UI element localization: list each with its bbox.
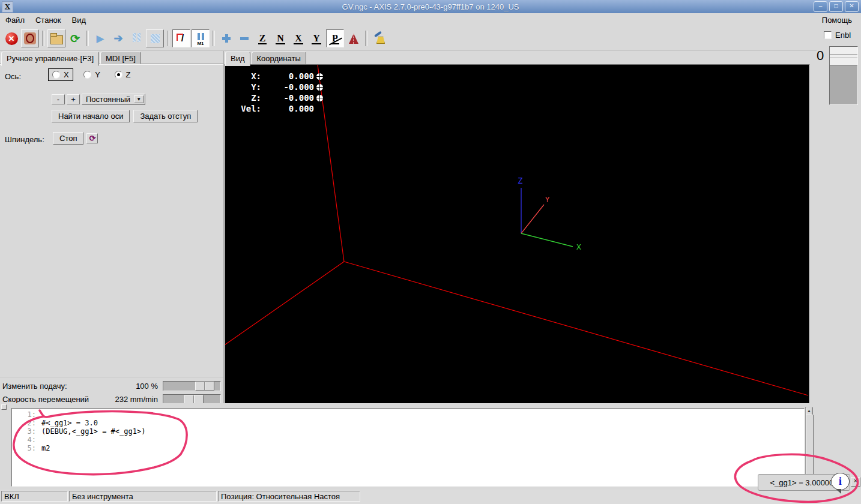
spindle-label: Шпиндель: xyxy=(5,135,44,144)
axis-window: X GV.ngc - AXIS 2.7.0-pre0-43-g97ff1b7 o… xyxy=(0,0,861,504)
view-x-button[interactable]: X xyxy=(290,30,307,47)
axis-radio-y[interactable]: Y xyxy=(80,69,104,80)
minimize-button[interactable]: – xyxy=(814,1,827,12)
axis-radio-z[interactable]: Z xyxy=(111,69,134,80)
toolbar-separator xyxy=(365,31,367,46)
notification-close-button[interactable]: × xyxy=(851,477,860,487)
backplot-graphics: Z Y X xyxy=(225,65,809,403)
perspective-button[interactable]: P xyxy=(326,29,344,47)
menubar: Файл Станок Вид Помощь xyxy=(0,13,861,27)
pause-button[interactable] xyxy=(128,30,145,47)
radio-icon xyxy=(115,71,122,79)
zoom-out-button[interactable] xyxy=(236,30,253,47)
view-z-rotated-button[interactable]: N xyxy=(272,30,289,47)
jog-plus-button[interactable]: + xyxy=(67,94,80,104)
radio-icon xyxy=(83,71,91,79)
menu-machine[interactable]: Станок xyxy=(30,14,67,26)
toolbar-separator xyxy=(167,31,169,46)
folder-icon xyxy=(50,35,63,44)
status-machine-on: ВКЛ xyxy=(1,491,68,502)
scale-value: 0 xyxy=(817,48,824,64)
status-position-mode: Позиция: Относительная Настоя xyxy=(218,491,360,502)
x-position: 0.000 xyxy=(261,71,314,81)
step-button[interactable]: ➔ xyxy=(110,30,127,47)
homed-icon xyxy=(316,73,323,80)
machine-power-button[interactable] xyxy=(21,29,39,47)
clear-plot-button[interactable] xyxy=(370,30,387,47)
titlebar: X GV.ngc - AXIS 2.7.0-pre0-43-g97ff1b7 o… xyxy=(0,0,861,14)
gcode-panel: 1: 2:#<_gg1> = 3.0 3:(DEBUG,<_gg1> = #<_… xyxy=(0,403,861,490)
estop-icon: ✕ xyxy=(5,32,18,45)
power-icon xyxy=(24,32,36,44)
preview-area: Вид Координаты Z Y X X:0.000 Y:-0.000 Z:… xyxy=(223,51,809,403)
y-axis-label: Y xyxy=(545,196,550,204)
reload-icon: ⟳ xyxy=(70,32,80,46)
radio-icon xyxy=(52,71,60,79)
backplot-canvas[interactable]: Z Y X X:0.000 Y:-0.000 Z:-0.000 Vel:0.00… xyxy=(225,64,810,404)
jog-minus-button[interactable]: - xyxy=(52,94,65,104)
play-icon: ▶ xyxy=(96,32,104,45)
tab-mdi[interactable]: MDI [F5] xyxy=(100,52,141,64)
jog-speed-value: 232 mm/min xyxy=(101,395,158,404)
rotate-view-button[interactable] xyxy=(345,30,362,47)
position-readout: X:0.000 Y:-0.000 Z:-0.000 Vel:0.000 xyxy=(234,71,323,114)
view-y-button[interactable]: Y xyxy=(308,30,325,47)
homed-icon xyxy=(316,84,323,91)
scrollbar-thumb[interactable] xyxy=(806,415,814,481)
tab-manual-control[interactable]: Ручное управление·[F3] xyxy=(1,52,99,66)
vertical-slider-handle[interactable] xyxy=(830,47,857,65)
sash-grip[interactable] xyxy=(1,404,7,410)
home-axis-button[interactable]: Найти начало оси xyxy=(52,110,130,122)
skip-lines-toggle[interactable]: / xyxy=(172,29,190,47)
window-title: GV.ngc - AXIS 2.7.0-pre0-43-g97ff1b7 on … xyxy=(0,2,861,11)
gcode-line: #<_gg1> = 3.0 xyxy=(41,419,98,427)
spindle-stop-button[interactable]: Стоп xyxy=(53,132,83,145)
close-button[interactable]: ✕ xyxy=(845,1,859,12)
axis-radio-x[interactable]: X xyxy=(48,68,73,81)
menu-file[interactable]: Файл xyxy=(0,14,30,26)
slider-handle[interactable] xyxy=(184,395,204,404)
toolbar: ✕ ⟳ ▶ ➔ / M1 xyxy=(0,27,817,50)
manual-control-panel: Ручное управление·[F3] MDI [F5] Ось: X Y… xyxy=(0,51,224,403)
enbl-checkbox[interactable]: Enbl xyxy=(824,31,851,40)
pause-icon xyxy=(131,33,141,44)
zoom-in-button[interactable] xyxy=(218,30,235,47)
checkbox-box[interactable] xyxy=(824,31,832,39)
menu-view[interactable]: Вид xyxy=(67,14,92,26)
slider-handle[interactable] xyxy=(195,382,214,391)
gcode-line: m2 xyxy=(41,444,50,452)
open-file-button[interactable] xyxy=(47,29,65,47)
vertical-slider[interactable] xyxy=(829,46,858,105)
stop-button[interactable] xyxy=(146,29,164,47)
tab-preview[interactable]: Вид xyxy=(225,52,250,66)
gcode-listing[interactable]: 1: 2:#<_gg1> = 3.0 3:(DEBUG,<_gg1> = #<_… xyxy=(11,408,805,487)
plus-icon xyxy=(222,34,231,43)
jog-speed-label: Скорость перемещений xyxy=(2,395,101,404)
gcode-line: (DEBUG,<_gg1> = #<_gg1>) xyxy=(41,427,145,436)
menu-help[interactable]: Помощь xyxy=(817,14,857,26)
statusbar: ВКЛ Без инструмента Позиция: Относительн… xyxy=(0,490,861,504)
info-icon: i xyxy=(831,473,850,490)
optional-pause-toggle[interactable]: M1 xyxy=(192,29,210,47)
view-z-button[interactable]: Z xyxy=(254,30,271,47)
debug-notification-text: <_gg1> = 3.000000 xyxy=(770,478,838,487)
step-arrow-icon: ➔ xyxy=(113,32,122,45)
maximize-button[interactable]: □ xyxy=(829,1,843,12)
touch-off-button[interactable]: Задать отступ xyxy=(133,110,198,122)
chevron-down-icon: ▼ xyxy=(134,95,144,103)
tab-dro[interactable]: Координаты xyxy=(252,52,306,64)
run-button[interactable]: ▶ xyxy=(92,30,109,47)
feed-override-slider[interactable] xyxy=(163,381,221,391)
estop-button[interactable]: ✕ xyxy=(3,30,20,47)
spindle-turn-icon-button[interactable]: ⟳ xyxy=(86,133,98,143)
toolbar-separator xyxy=(213,31,215,46)
axis-label: Ось: xyxy=(5,72,21,81)
reload-file-button[interactable]: ⟳ xyxy=(67,30,83,47)
jog-mode-select[interactable]: Постоянный ▼ xyxy=(82,94,145,105)
feed-override-label: Изменить подачу: xyxy=(2,382,101,391)
velocity: 0.000 xyxy=(261,104,314,113)
toolbar-separator xyxy=(42,31,44,46)
rotate-cone-icon xyxy=(349,34,358,44)
toolbar-separator xyxy=(86,31,89,46)
jog-speed-slider[interactable] xyxy=(163,394,221,404)
